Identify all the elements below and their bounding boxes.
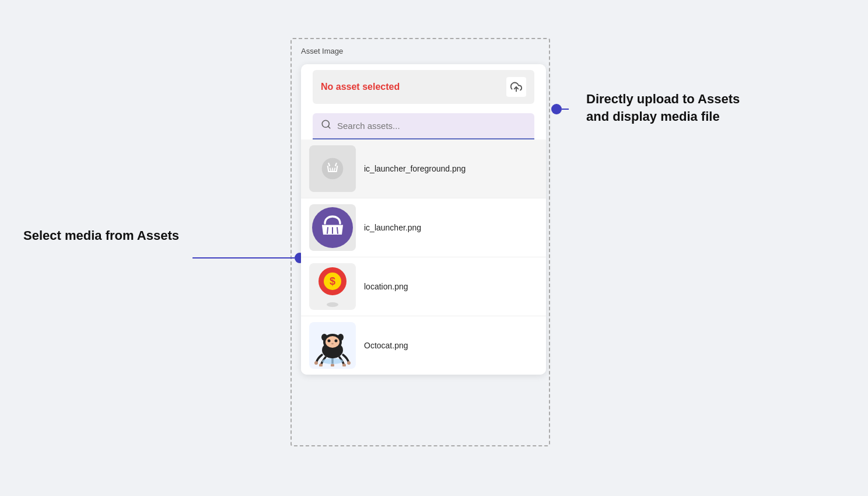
upload-button[interactable] <box>506 77 526 97</box>
upload-icon <box>510 81 522 93</box>
svg-line-2 <box>328 126 330 128</box>
basket-icon <box>312 207 353 248</box>
list-item[interactable]: ic_launcher_foreground.png <box>301 139 546 198</box>
right-annotation-label: Directly upload to Assetsand display med… <box>586 90 740 125</box>
svg-line-8 <box>337 228 338 233</box>
asset-name-location: location.png <box>364 282 408 291</box>
left-line-segment <box>192 257 295 259</box>
svg-point-10 <box>327 302 338 307</box>
foreground-placeholder-icon <box>321 157 344 180</box>
search-bar[interactable] <box>313 113 534 139</box>
asset-name-foreground: ic_launcher_foreground.png <box>364 164 466 173</box>
right-dot <box>551 104 562 114</box>
right-line-segment <box>562 109 569 110</box>
list-item[interactable]: $ location.png <box>301 257 546 316</box>
list-item[interactable]: ic_launcher.png <box>301 198 546 257</box>
svg-point-19 <box>335 340 338 343</box>
asset-thumb-launcher <box>309 204 356 251</box>
panel-label: Asset Image <box>301 47 343 55</box>
list-item[interactable]: Octocat.png <box>301 316 546 375</box>
asset-name-launcher: ic_launcher.png <box>364 223 421 232</box>
svg-line-6 <box>327 228 328 233</box>
card-top: No asset selected <box>301 64 546 113</box>
search-container <box>301 113 546 139</box>
main-scene: Asset Image Select media from Assets Dir… <box>0 0 868 496</box>
asset-list: ic_launcher_foreground.png <box>301 139 546 375</box>
svg-point-17 <box>326 336 340 348</box>
location-icon: $ <box>315 265 350 309</box>
svg-text:$: $ <box>330 275 335 287</box>
svg-point-18 <box>328 340 331 343</box>
no-asset-row: No asset selected <box>313 70 534 104</box>
search-input[interactable] <box>337 121 526 131</box>
asset-thumb-foreground <box>309 145 356 192</box>
svg-point-26 <box>322 358 343 364</box>
right-annotation-line <box>551 104 569 114</box>
left-annotation-label: Select media from Assets <box>23 228 179 244</box>
asset-thumb-octocat <box>309 322 356 369</box>
left-annotation-line <box>192 253 305 263</box>
svg-point-21 <box>314 361 318 365</box>
asset-name-octocat: Octocat.png <box>364 341 408 350</box>
octocat-icon <box>312 324 354 366</box>
search-icon <box>321 119 331 132</box>
no-asset-text: No asset selected <box>321 82 501 92</box>
svg-point-20 <box>331 343 334 344</box>
right-annotation-text: Directly upload to Assetsand display med… <box>586 92 740 124</box>
asset-card: No asset selected <box>301 64 546 375</box>
asset-thumb-location: $ <box>309 263 356 310</box>
svg-point-23 <box>347 361 351 365</box>
